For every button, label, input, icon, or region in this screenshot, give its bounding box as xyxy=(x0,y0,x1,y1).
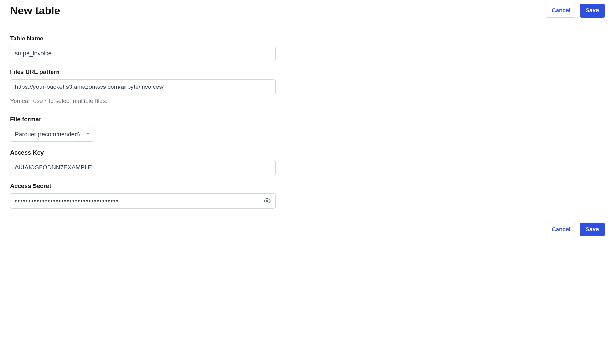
page-footer: Cancel Save xyxy=(10,216,605,237)
header-actions: Cancel Save xyxy=(546,4,605,18)
form-area: Table Name Files URL pattern You can use… xyxy=(10,35,276,209)
file-format-select[interactable]: Parquet (recommended) xyxy=(10,127,94,142)
files-url-group: Files URL pattern You can use * to selec… xyxy=(10,69,276,105)
cancel-button-footer[interactable]: Cancel xyxy=(546,223,576,237)
access-key-group: Access Key xyxy=(10,149,276,175)
eye-icon[interactable] xyxy=(262,196,272,206)
files-url-help: You can use * to select multiple files. xyxy=(10,98,276,105)
save-button-footer[interactable]: Save xyxy=(580,223,605,237)
files-url-input[interactable] xyxy=(10,79,276,94)
access-secret-label: Access Secret xyxy=(10,183,276,190)
page-title: New table xyxy=(10,4,60,17)
footer-actions: Cancel Save xyxy=(546,223,605,237)
files-url-label: Files URL pattern xyxy=(10,69,276,76)
cancel-button[interactable]: Cancel xyxy=(546,4,576,18)
table-name-input[interactable] xyxy=(10,46,276,61)
file-format-select-wrap: Parquet (recommended) xyxy=(10,127,94,142)
access-key-label: Access Key xyxy=(10,149,276,156)
svg-point-0 xyxy=(266,200,268,202)
page-header: New table Cancel Save xyxy=(10,4,605,27)
access-secret-wrap xyxy=(10,193,276,209)
file-format-label: File format xyxy=(10,116,276,123)
table-name-group: Table Name xyxy=(10,35,276,61)
table-name-label: Table Name xyxy=(10,35,276,42)
access-secret-group: Access Secret xyxy=(10,183,276,209)
access-key-input[interactable] xyxy=(10,160,276,175)
file-format-group: File format Parquet (recommended) xyxy=(10,116,276,142)
access-secret-input[interactable] xyxy=(10,193,276,209)
save-button[interactable]: Save xyxy=(580,4,605,18)
